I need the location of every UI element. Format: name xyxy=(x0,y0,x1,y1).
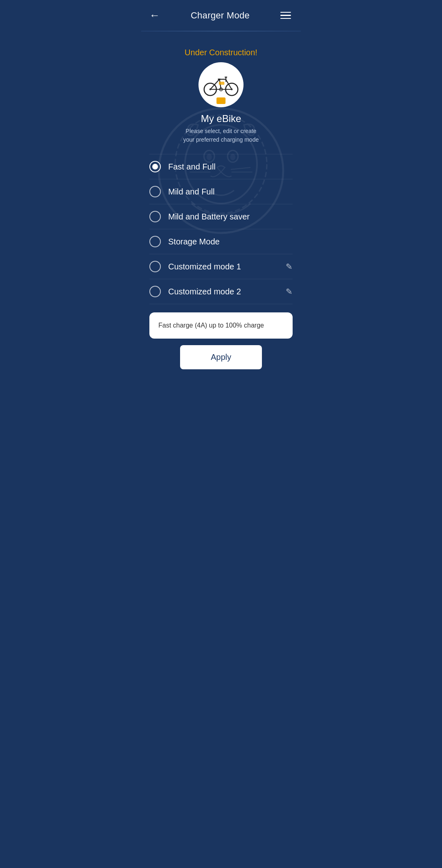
menu-button[interactable] xyxy=(279,10,293,21)
under-construction-section: Under Construction! xyxy=(149,40,293,57)
option-mild-battery[interactable]: Mild and Battery saver xyxy=(149,204,293,229)
bike-image-container xyxy=(149,62,293,107)
radio-mild-full[interactable] xyxy=(149,186,161,197)
radio-inner-fast-full xyxy=(152,164,158,170)
svg-line-17 xyxy=(226,79,232,90)
option-label-mild-battery: Mild and Battery saver xyxy=(168,212,293,222)
under-construction-label: Under Construction! xyxy=(149,48,293,57)
radio-storage[interactable] xyxy=(149,236,161,247)
menu-line-1 xyxy=(280,12,291,13)
description-text: Fast charge (4A) up to 100% charge xyxy=(158,321,284,330)
bike-circle xyxy=(198,62,244,107)
option-custom1[interactable]: Customized mode 1 ✎ xyxy=(149,254,293,279)
option-label-custom1: Customized mode 1 xyxy=(168,262,286,271)
option-label-mild-full: Mild and Full xyxy=(168,187,293,197)
menu-line-2 xyxy=(280,15,291,16)
back-button[interactable]: ← xyxy=(148,7,162,23)
option-mild-full[interactable]: Mild and Full xyxy=(149,179,293,204)
option-label-storage: Storage Mode xyxy=(168,237,293,246)
radio-custom2[interactable] xyxy=(149,286,161,297)
bike-badge xyxy=(216,97,226,104)
svg-line-15 xyxy=(210,79,220,90)
menu-line-3 xyxy=(280,18,291,19)
option-storage[interactable]: Storage Mode xyxy=(149,229,293,254)
description-box: Fast charge (4A) up to 100% charge xyxy=(149,312,293,339)
apply-button[interactable]: Apply xyxy=(180,345,262,369)
radio-custom1[interactable] xyxy=(149,261,161,272)
bike-subtitle: Please select, edit or create your prefe… xyxy=(149,127,293,144)
edit-custom1-icon[interactable]: ✎ xyxy=(286,262,293,271)
radio-fast-full[interactable] xyxy=(149,161,161,172)
option-custom2[interactable]: Customized mode 2 ✎ xyxy=(149,279,293,304)
charging-mode-list: Fast and Full Mild and Full Mild and Bat… xyxy=(149,154,293,304)
main-content: Under Construction! xyxy=(141,32,301,382)
bike-name: My eBike xyxy=(149,113,293,124)
option-label-fast-full: Fast and Full xyxy=(168,162,293,172)
option-label-custom2: Customized mode 2 xyxy=(168,287,286,296)
option-fast-full[interactable]: Fast and Full xyxy=(149,154,293,179)
app-header: ← Charger Mode xyxy=(141,0,301,31)
page-title: Charger Mode xyxy=(191,10,250,21)
edit-custom2-icon[interactable]: ✎ xyxy=(286,287,293,296)
bike-icon xyxy=(203,70,239,99)
radio-mild-battery[interactable] xyxy=(149,211,161,222)
svg-rect-25 xyxy=(219,82,225,85)
